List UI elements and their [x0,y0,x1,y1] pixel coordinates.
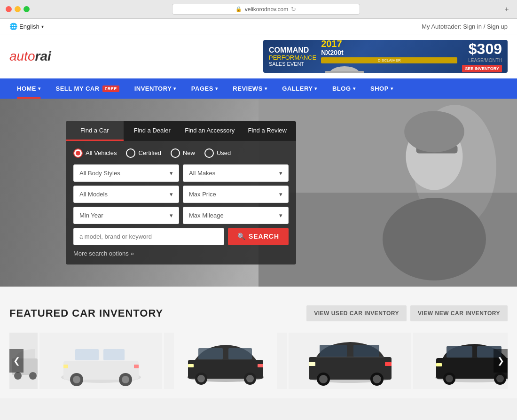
nav-label-pages: PAGES [191,85,213,92]
globe-icon: 🌐 [9,23,17,30]
search-button[interactable]: 🔍 SEARCH [228,228,289,245]
min-year-dropdown[interactable]: Min Year ▾ [73,207,179,224]
nav-link-home[interactable]: HOME ▾ [9,78,48,99]
carousel-next-button[interactable]: ❯ [494,349,508,373]
nav-label-gallery: GALLERY [282,85,313,92]
tab-find-accessory[interactable]: Find an Accessory [181,121,239,141]
user-links: My Autotrader: Sign in / Sign up [422,23,508,30]
search-panel: Find a Car Find a Dealer Find an Accesso… [66,121,296,264]
nav-link-sell[interactable]: SELL MY CAR FREE [48,78,127,99]
nav-link-blog[interactable]: BLOG ▾ [325,78,363,99]
ad-model-name: NX200t [321,49,457,56]
ad-cmd: COMMAND [269,47,316,54]
max-price-label: Max Price [189,191,216,198]
max-mileage-dropdown[interactable]: Max Mileage ▾ [183,207,289,224]
svg-rect-47 [309,362,315,366]
ad-banner-right: $309 LEASE/MONTH SEE INVENTORY [462,40,502,72]
models-label: All Models [79,191,108,198]
reviews-chevron-icon: ▾ [265,86,267,91]
logo-rai: rai [35,49,51,63]
radio-new[interactable]: New [171,148,195,158]
carousel-prev-button[interactable]: ❮ [9,349,24,373]
featured-section: FEATURED CAR INVENTORY VIEW USED CAR INV… [0,287,517,398]
nav-link-shop[interactable]: SHOP ▾ [363,78,400,99]
nav-link-reviews[interactable]: REVIEWS ▾ [225,78,274,99]
search-button-label: SEARCH [249,233,279,240]
ad-car-svg [321,64,368,73]
tab-find-review[interactable]: Find a Review [239,121,297,141]
minimize-button[interactable] [15,6,21,12]
svg-point-57 [496,375,504,382]
radio-certified-circle [126,148,135,158]
max-price-dropdown[interactable]: Max Price ▾ [183,186,289,203]
language-selector[interactable]: 🌐 English ▾ [9,23,44,30]
view-new-inventory-button[interactable]: VIEW NEW CAR INVENTORY [410,305,508,321]
svg-rect-35 [188,364,194,367]
ad-banner[interactable]: COMMAND PERFORMANCE SALES EVENT NEW LEXU… [263,40,508,73]
min-year-label: Min Year [79,212,103,219]
ad-model-year: 2017 [321,40,457,49]
nav-list: HOME ▾ SELL MY CAR FREE INVENTORY ▾ PAGE… [0,78,517,99]
car-card-3[interactable] [289,333,411,389]
radio-used-circle [204,148,214,158]
car-card-1-image [39,333,162,389]
nav-link-pages[interactable]: PAGES ▾ [184,78,226,99]
car-cards-row [9,333,508,389]
body-style-dropdown[interactable]: All Body Styles ▾ [73,164,179,182]
url-bar[interactable]: 🔒 velikorodnov.com ↻ [172,4,360,15]
car-card-3-image [289,333,411,389]
min-year-chevron-icon: ▾ [170,212,173,219]
close-button[interactable] [6,6,12,12]
radio-all-vehicles-circle [73,148,83,158]
svg-rect-25 [134,365,139,368]
nav-item-inventory: INVENTORY ▾ [127,78,184,99]
browser-chrome: 🔒 velikorodnov.com ↻ + [0,0,517,19]
radio-new-label: New [183,149,195,156]
radio-used[interactable]: Used [204,148,231,158]
nav-item-blog: BLOG ▾ [325,78,363,99]
nav-label-shop: SHOP [370,85,389,92]
svg-rect-1 [325,71,364,73]
home-chevron-icon: ▾ [38,86,41,91]
car-card-2[interactable] [164,333,287,389]
car-card-1[interactable] [39,333,162,389]
svg-rect-18 [75,349,99,360]
refresh-icon[interactable]: ↻ [291,6,296,13]
more-options-label: More search options [73,250,129,257]
nav-link-inventory[interactable]: INVENTORY ▾ [127,78,184,99]
svg-rect-52 [446,346,472,358]
nav-link-gallery[interactable]: GALLERY ▾ [274,78,325,99]
featured-header: FEATURED CAR INVENTORY VIEW USED CAR INV… [9,305,508,321]
ad-banner-left: COMMAND PERFORMANCE SALES EVENT [269,47,316,67]
view-used-inventory-button[interactable]: VIEW USED CAR INVENTORY [306,305,407,321]
main-nav: HOME ▾ SELL MY CAR FREE INVENTORY ▾ PAGE… [0,78,517,99]
gallery-chevron-icon: ▾ [314,86,317,91]
models-dropdown[interactable]: All Models ▾ [73,186,179,203]
language-label: English [19,23,39,30]
tab-find-car[interactable]: Find a Car [66,121,124,141]
svg-rect-48 [385,362,392,366]
nav-item-home: HOME ▾ [9,78,48,99]
svg-point-21 [73,376,80,383]
svg-rect-36 [258,364,263,367]
dropdown-row-1: All Body Styles ▾ All Makes ▾ [73,164,289,182]
site-logo[interactable]: autorai [9,49,51,64]
more-search-options[interactable]: More search options » [73,250,289,257]
nav-label-blog: BLOG [332,85,351,92]
maximize-button[interactable] [24,6,30,12]
hero-person-image [258,99,517,287]
next-icon: ❯ [497,356,504,366]
svg-point-32 [197,375,205,382]
new-tab-button[interactable]: + [502,5,511,14]
radio-certified[interactable]: Certified [126,148,161,158]
dropdown-row-2: All Models ▾ Max Price ▾ [73,186,289,203]
nav-item-reviews: REVIEWS ▾ [225,78,274,99]
ad-price-unit: LEASE/MONTH [462,58,502,63]
radio-all-vehicles-label: All Vehicles [86,149,117,156]
car-card-2-image [164,333,287,389]
traffic-lights [6,6,30,12]
tab-find-dealer[interactable]: Find a Dealer [124,121,181,141]
keyword-input[interactable] [73,228,224,245]
makes-dropdown[interactable]: All Makes ▾ [183,164,289,182]
radio-all-vehicles[interactable]: All Vehicles [73,148,117,158]
